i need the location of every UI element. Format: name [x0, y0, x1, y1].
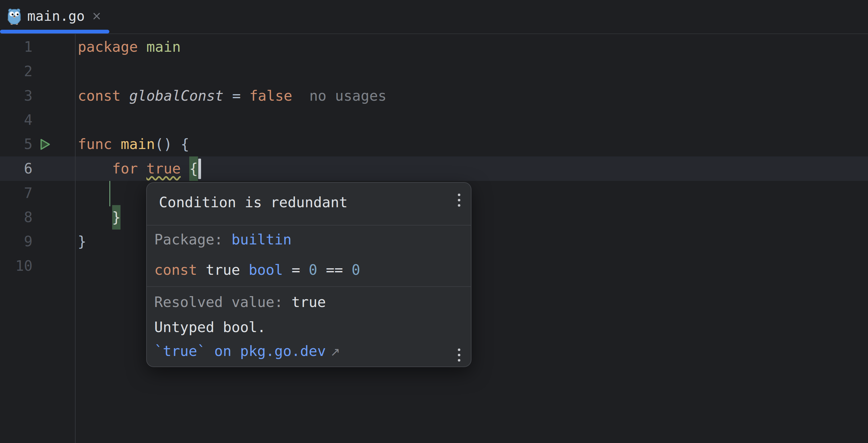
type-link[interactable]: bool [249, 261, 283, 279]
package-name: main [147, 35, 181, 59]
popup-bottom-more-icon[interactable] [457, 347, 462, 363]
line-number: 8 [0, 205, 33, 229]
tab-bar-border [0, 33, 868, 34]
keyword: for [78, 156, 147, 181]
brace: } [78, 229, 86, 254]
documentation-popup: Condition is redundant Package: builtin … [146, 182, 471, 367]
usages-inlay-hint[interactable]: no usages [309, 84, 386, 108]
code-line-3[interactable]: const globalConst = falseno usages [78, 84, 386, 108]
package-link[interactable]: builtin [231, 231, 291, 248]
line-number: 2 [0, 59, 33, 84]
code-line-9[interactable]: } [78, 229, 86, 254]
keyword: const [154, 261, 206, 279]
line-number: 5 [0, 132, 33, 156]
tab-main-go[interactable]: main.go [0, 0, 110, 34]
external-link-icon: ↗ [330, 343, 340, 360]
space [181, 156, 189, 181]
line-number: 1 [0, 35, 33, 59]
operator: = [283, 261, 309, 279]
package-label: Package: [154, 231, 223, 248]
popup-divider [147, 286, 471, 287]
gutter-divider [75, 34, 75, 443]
line-number: 10 [0, 254, 33, 278]
operator: = [224, 84, 249, 108]
resolved-label: Resolved value: [154, 293, 291, 311]
warning-condition[interactable]: true [147, 156, 181, 181]
function-name: main [121, 132, 155, 156]
keyword-value: false [249, 84, 292, 108]
resolved-value: true [291, 293, 326, 311]
goland-window: main.go 1 2 3 4 5 6 7 8 9 10 package mai… [0, 0, 868, 443]
punctuation: () { [155, 132, 189, 156]
popup-more-icon[interactable] [457, 192, 462, 208]
line-number: 7 [0, 181, 33, 205]
untyped-row: Untyped bool. [154, 318, 266, 336]
keyword: package [78, 35, 147, 59]
line-number: 3 [0, 84, 33, 108]
keyword: func [78, 132, 121, 156]
matched-brace-open: { [189, 156, 198, 181]
active-tab-underline [0, 30, 110, 33]
package-row: Package: builtin [154, 231, 291, 248]
code-line-6[interactable]: for true { [78, 156, 198, 181]
space [223, 231, 232, 248]
indent-guide [110, 181, 110, 206]
tab-close-icon[interactable] [92, 11, 101, 21]
untyped-text: Untyped bool. [154, 318, 266, 336]
pkg-go-dev-link[interactable]: `true` on pkg.go.dev [154, 342, 326, 360]
code-line-1[interactable]: package main [78, 35, 181, 59]
declaration-row: const true bool = 0 == 0 [154, 261, 360, 279]
operator: == [317, 261, 351, 279]
line-number: 4 [0, 108, 33, 132]
editor-tab-bar: main.go [0, 0, 868, 34]
number-literal: 0 [309, 261, 317, 279]
resolved-value-row: Resolved value: true [154, 293, 326, 311]
line-number: 9 [0, 229, 33, 254]
go-gopher-icon [7, 8, 21, 25]
matched-brace-close: } [112, 205, 121, 229]
popup-title-text: Condition is redundant [159, 194, 348, 211]
identifier: globalConst [129, 84, 224, 108]
tab-label: main.go [27, 9, 85, 23]
line-number-current: 6 [0, 156, 33, 181]
code-line-5[interactable]: func main() { [78, 132, 189, 156]
number-literal: 0 [351, 261, 360, 279]
const-name: true [206, 261, 248, 279]
indent [78, 205, 112, 229]
popup-title: Condition is redundant [159, 194, 348, 211]
code-line-8[interactable]: } [78, 205, 121, 229]
popup-divider [147, 225, 471, 225]
keyword: const [78, 84, 129, 108]
text-caret [198, 159, 201, 179]
run-icon[interactable] [37, 137, 52, 152]
external-doc-row: `true` on pkg.go.dev↗ [154, 342, 340, 360]
